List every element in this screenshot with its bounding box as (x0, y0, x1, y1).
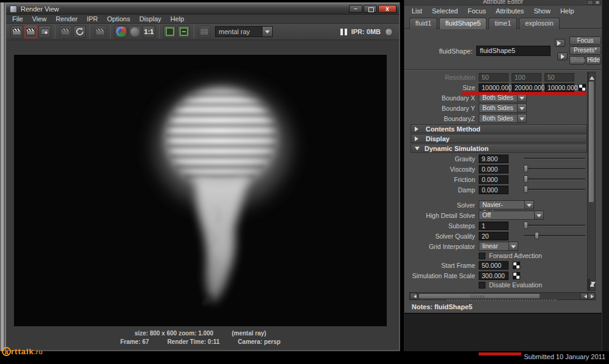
vertical-scrollbar[interactable] (587, 72, 596, 291)
attr-row-solver-quality: Solver Quality 20 (410, 231, 587, 241)
texture-map-icon[interactable] (513, 272, 520, 279)
viscosity-slider[interactable] (524, 168, 585, 170)
menu-render[interactable]: Render (55, 15, 77, 23)
minimize-button[interactable]: – (349, 5, 362, 13)
panel-restore-button[interactable] (587, 0, 593, 5)
node-name-input[interactable]: fluidShape5 (476, 46, 551, 56)
notes-heading: Notes: fluidShape5 (412, 303, 473, 310)
disable-evaluation-label: Disable Evaluation (489, 281, 542, 289)
menu-focus[interactable]: Focus (468, 7, 486, 15)
size-x-input[interactable]: 10000.000 (479, 83, 509, 92)
scroll-down-icon[interactable] (589, 279, 590, 290)
presets-button[interactable]: Presets* (569, 46, 601, 55)
damp-input[interactable]: 0.000 (479, 186, 509, 194)
snapshot-icon[interactable] (38, 26, 51, 38)
texture-map-icon[interactable] (513, 262, 520, 269)
attr-row-boundary-z: BoundaryZ Both Sides (410, 113, 587, 124)
menu-ipr[interactable]: IPR (86, 15, 97, 23)
maximize-button[interactable] (364, 5, 377, 13)
forward-advection-checkbox[interactable] (479, 253, 485, 259)
renderer-dropdown[interactable]: mental ray (215, 26, 273, 37)
scroll-left-icon[interactable] (580, 293, 588, 299)
render-view-window: Render View – x File View Render IPR Opt… (5, 2, 400, 351)
menu-help[interactable]: Help (171, 15, 185, 23)
tab-fluidshape5[interactable]: fluidShape5 (439, 18, 487, 29)
start-frame-input[interactable]: 50.000 (479, 261, 509, 270)
boundary-y-dropdown[interactable]: Both Sides (479, 103, 527, 113)
render-canvas[interactable] (14, 55, 387, 326)
solver-quality-slider[interactable] (524, 235, 585, 237)
render-current-frame-icon[interactable] (10, 26, 23, 38)
pause-ipr-icon[interactable] (340, 29, 347, 35)
ipr-region-icon[interactable] (94, 26, 107, 38)
attribute-editor-titlebar[interactable]: Attribute Editor x (404, 0, 602, 5)
section-dynamic-simulation[interactable]: Dynamic Simulation (410, 144, 587, 153)
substeps-slider[interactable] (524, 225, 585, 226)
texture-map-icon[interactable] (579, 84, 586, 91)
simulation-rate-scale-input[interactable]: 300.000 (479, 271, 509, 280)
alpha-channel-icon[interactable] (128, 26, 141, 38)
chevron-down-icon (509, 242, 518, 251)
show-button[interactable]: Show (569, 56, 585, 65)
scroll-left-icon[interactable] (410, 293, 417, 299)
gravity-input[interactable]: 9.800 (479, 155, 509, 163)
status-render-time: Render Time: 0:11 (167, 338, 220, 345)
attribute-editor-menubar: List Selected Focus Attributes Show Help (404, 5, 602, 16)
menu-list[interactable]: List (412, 7, 422, 15)
panel-close-button[interactable]: x (594, 0, 600, 5)
ipr-render-icon[interactable] (59, 26, 72, 38)
render-settings-icon[interactable] (198, 26, 211, 38)
size-y-input[interactable]: 20000.000 (512, 83, 541, 92)
tab-time1[interactable]: time1 (488, 18, 517, 29)
one-to-one-icon[interactable]: 1:1 (143, 26, 155, 38)
boundary-z-dropdown[interactable]: Both Sides (479, 114, 527, 123)
render-view-toolbar: 1:1 mental ray IPR: 0MB (6, 24, 399, 40)
friction-input[interactable]: 0.000 (479, 175, 509, 184)
menu-selected[interactable]: Selected (432, 7, 458, 15)
menu-file[interactable]: File (12, 15, 23, 23)
focus-button[interactable]: Focus (569, 37, 601, 45)
collapsed-panel-strip[interactable] (602, 0, 609, 351)
solver-quality-input[interactable]: 20 (479, 232, 509, 240)
substeps-input[interactable]: 1 (479, 222, 509, 230)
close-button[interactable]: x (378, 5, 396, 13)
scroll-right-icon[interactable] (588, 293, 595, 299)
menu-display[interactable]: Display (139, 15, 161, 23)
pin-node-icon[interactable] (555, 39, 565, 47)
disable-evaluation-checkbox[interactable] (479, 282, 485, 289)
high-detail-solve-dropdown[interactable]: Off (479, 211, 544, 220)
renderer-dropdown-value[interactable]: mental ray (215, 26, 262, 37)
render-view-menubar: File View Render IPR Options Display Hel… (6, 15, 399, 24)
notes-textarea[interactable] (404, 313, 602, 351)
render-region-icon[interactable] (24, 26, 37, 38)
hide-button[interactable]: Hide (586, 56, 601, 65)
keep-image-icon[interactable] (163, 26, 176, 38)
vertical-scrollbar-thumb[interactable] (588, 81, 594, 203)
damp-slider[interactable] (524, 189, 585, 191)
menu-view[interactable]: View (32, 15, 47, 23)
size-z-input[interactable]: 10000.000 (544, 83, 574, 92)
viscosity-input[interactable]: 0.000 (479, 165, 509, 173)
render-view-titlebar[interactable]: Render View – x (6, 4, 399, 15)
menu-help[interactable]: Help (560, 7, 574, 15)
tab-fluid1[interactable]: fluid1 (409, 18, 437, 29)
status-frame: Frame: 67 (120, 338, 149, 345)
section-contents-method[interactable]: Contents Method (410, 124, 587, 133)
redo-previous-render-icon[interactable] (73, 26, 86, 38)
remove-image-icon[interactable] (177, 26, 190, 38)
friction-slider[interactable] (524, 178, 585, 180)
gravity-slider[interactable] (524, 158, 585, 159)
menu-attributes[interactable]: Attributes (496, 7, 524, 15)
attr-row-viscosity: Viscosity 0.000 (410, 164, 587, 174)
tab-explosoin[interactable]: explosoin (519, 18, 559, 29)
solver-dropdown[interactable]: Navier-Stokes (479, 200, 534, 209)
chevron-down-icon[interactable] (262, 26, 273, 37)
collapse-arrow-icon (415, 127, 421, 131)
next-node-icon[interactable] (557, 52, 568, 60)
horizontal-scrollbar-thumb[interactable] (418, 293, 540, 299)
rgb-channels-icon[interactable] (114, 26, 127, 38)
menu-show[interactable]: Show (533, 7, 551, 15)
grid-interpolator-dropdown[interactable]: linear (479, 242, 518, 251)
menu-options[interactable]: Options (107, 15, 130, 23)
section-display[interactable]: Display (410, 134, 587, 143)
